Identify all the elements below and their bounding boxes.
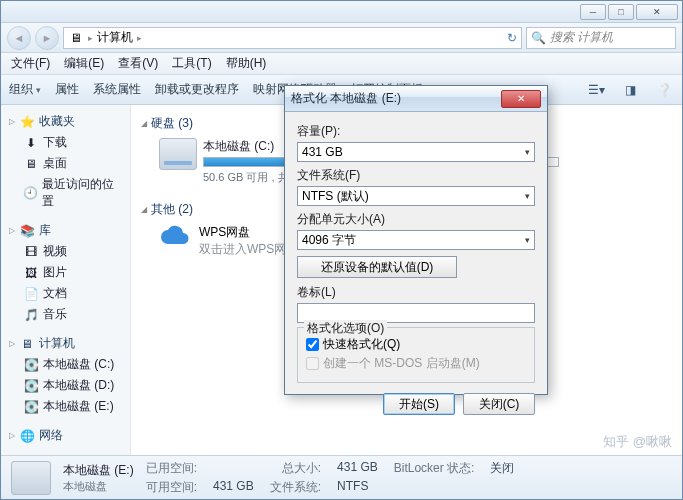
help-icon[interactable]: ❔: [654, 80, 674, 100]
status-free-label: 可用空间:: [146, 479, 197, 496]
status-fs-label: 文件系统:: [270, 479, 321, 496]
filesystem-label: 文件系统(F): [297, 167, 535, 184]
capacity-label: 容量(P):: [297, 123, 535, 140]
menu-file[interactable]: 文件(F): [5, 53, 56, 74]
search-box[interactable]: 🔍 搜索 计算机: [526, 27, 676, 49]
address-bar[interactable]: 🖥 ▸ 计算机 ▸ ↻: [63, 27, 522, 49]
video-icon: 🎞: [23, 244, 39, 260]
sidebar-favorites-header[interactable]: ▷⭐收藏夹: [5, 111, 126, 132]
refresh-icon[interactable]: ↻: [507, 31, 517, 45]
drive-icon: 💽: [23, 357, 39, 373]
dialog-titlebar[interactable]: 格式化 本地磁盘 (E:) ✕: [285, 86, 547, 112]
restore-defaults-button[interactable]: 还原设备的默认值(D): [297, 256, 457, 278]
music-icon: 🎵: [23, 307, 39, 323]
quick-format-checkbox[interactable]: 快速格式化(Q): [306, 336, 526, 353]
menubar: 文件(F) 编辑(E) 查看(V) 工具(T) 帮助(H): [1, 53, 682, 75]
forward-button[interactable]: ►: [35, 26, 59, 50]
chevron-right-icon: ▸: [88, 33, 93, 43]
explorer-window: ─ □ ✕ ◄ ► 🖥 ▸ 计算机 ▸ ↻ 🔍 搜索 计算机 文件(F) 编辑(…: [0, 0, 683, 500]
back-button[interactable]: ◄: [7, 26, 31, 50]
breadcrumb-location[interactable]: 计算机: [97, 29, 133, 46]
library-icon: 📚: [19, 223, 35, 239]
sidebar-desktop[interactable]: 🖥桌面: [5, 153, 126, 174]
network-icon: 🌐: [19, 428, 35, 444]
sidebar-videos[interactable]: 🎞视频: [5, 241, 126, 262]
document-icon: 📄: [23, 286, 39, 302]
sidebar: ▷⭐收藏夹 ⬇下载 🖥桌面 🕘最近访问的位置 ▷📚库 🎞视频 🖼图片 📄文档 🎵…: [1, 105, 131, 455]
format-options-group: 格式化选项(O) 快速格式化(Q) 创建一个 MS-DOS 启动盘(M): [297, 327, 535, 383]
computer-icon: 🖥: [19, 336, 35, 352]
status-bar: 本地磁盘 (E:) 本地磁盘 已用空间: 总大小: 431 GB BitLock…: [1, 455, 682, 499]
status-fs-value: NTFS: [337, 479, 378, 496]
sidebar-libraries-header[interactable]: ▷📚库: [5, 220, 126, 241]
computer-icon: 🖥: [68, 30, 84, 46]
recent-icon: 🕘: [23, 185, 38, 201]
star-icon: ⭐: [19, 114, 35, 130]
search-placeholder: 搜索 计算机: [550, 29, 613, 46]
format-options-label: 格式化选项(O): [304, 320, 387, 337]
watermark: 知乎 @啾啾: [603, 433, 672, 451]
status-free-value: 431 GB: [213, 479, 254, 496]
desktop-icon: 🖥: [23, 156, 39, 172]
format-dialog: 格式化 本地磁盘 (E:) ✕ 容量(P): 431 GB 文件系统(F) NT…: [284, 85, 548, 395]
status-used-value: [213, 460, 254, 477]
sidebar-drive-e[interactable]: 💽本地磁盘 (E:): [5, 396, 126, 417]
close-button[interactable]: 关闭(C): [463, 393, 535, 415]
view-options-icon[interactable]: ☰▾: [586, 80, 606, 100]
status-used-label: 已用空间:: [146, 460, 197, 477]
window-close-button[interactable]: ✕: [636, 4, 678, 20]
properties-button[interactable]: 属性: [55, 81, 79, 98]
sidebar-pictures[interactable]: 🖼图片: [5, 262, 126, 283]
sidebar-computer-header[interactable]: ▷🖥计算机: [5, 333, 126, 354]
msdos-boot-checkbox: 创建一个 MS-DOS 启动盘(M): [306, 355, 526, 372]
organize-button[interactable]: 组织: [9, 81, 41, 98]
sidebar-music[interactable]: 🎵音乐: [5, 304, 126, 325]
menu-edit[interactable]: 编辑(E): [58, 53, 110, 74]
download-icon: ⬇: [23, 135, 39, 151]
start-button[interactable]: 开始(S): [383, 393, 455, 415]
sidebar-drive-d[interactable]: 💽本地磁盘 (D:): [5, 375, 126, 396]
sidebar-drive-c[interactable]: 💽本地磁盘 (C:): [5, 354, 126, 375]
navbar: ◄ ► 🖥 ▸ 计算机 ▸ ↻ 🔍 搜索 计算机: [1, 23, 682, 53]
titlebar[interactable]: ─ □ ✕: [1, 1, 682, 23]
menu-tools[interactable]: 工具(T): [166, 53, 217, 74]
preview-pane-icon[interactable]: ◨: [620, 80, 640, 100]
status-total-value: 431 GB: [337, 460, 378, 477]
sidebar-network-header[interactable]: ▷🌐网络: [5, 425, 126, 446]
uninstall-button[interactable]: 卸载或更改程序: [155, 81, 239, 98]
dialog-close-button[interactable]: ✕: [501, 90, 541, 108]
system-properties-button[interactable]: 系统属性: [93, 81, 141, 98]
status-bitlocker-label: BitLocker 状态:: [394, 460, 475, 477]
drive-icon: [159, 138, 197, 170]
status-bitlocker-value: 关闭: [490, 460, 514, 477]
picture-icon: 🖼: [23, 265, 39, 281]
minimize-button[interactable]: ─: [580, 4, 606, 20]
cloud-icon: [159, 224, 191, 252]
status-drive-type: 本地磁盘: [63, 479, 134, 494]
maximize-button[interactable]: □: [608, 4, 634, 20]
drive-icon: 💽: [23, 378, 39, 394]
drive-icon: [11, 461, 51, 495]
search-icon: 🔍: [531, 31, 546, 45]
menu-view[interactable]: 查看(V): [112, 53, 164, 74]
sidebar-documents[interactable]: 📄文档: [5, 283, 126, 304]
filesystem-select[interactable]: NTFS (默认): [297, 186, 535, 206]
status-total-label: 总大小:: [270, 460, 321, 477]
allocation-label: 分配单元大小(A): [297, 211, 535, 228]
sidebar-recent[interactable]: 🕘最近访问的位置: [5, 174, 126, 212]
status-drive-name: 本地磁盘 (E:): [63, 462, 134, 479]
capacity-select[interactable]: 431 GB: [297, 142, 535, 162]
menu-help[interactable]: 帮助(H): [220, 53, 273, 74]
sidebar-downloads[interactable]: ⬇下载: [5, 132, 126, 153]
dialog-title: 格式化 本地磁盘 (E:): [291, 90, 401, 107]
drive-icon: 💽: [23, 399, 39, 415]
volume-label-label: 卷标(L): [297, 284, 535, 301]
allocation-select[interactable]: 4096 字节: [297, 230, 535, 250]
chevron-right-icon: ▸: [137, 33, 142, 43]
